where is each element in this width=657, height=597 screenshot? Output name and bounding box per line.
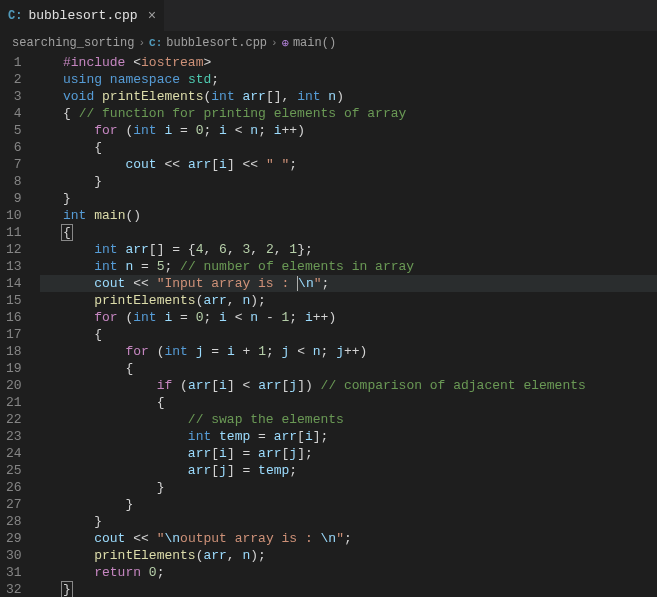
cpp-icon: C: bbox=[8, 9, 22, 23]
code-editor[interactable]: 1234567891011121314151617181920212223242… bbox=[0, 54, 657, 597]
code-line[interactable]: } bbox=[40, 190, 657, 207]
breadcrumb-folder[interactable]: searching_sorting bbox=[12, 36, 134, 50]
code-line[interactable]: cout << arr[i] << " "; bbox=[40, 156, 657, 173]
line-number: 14 bbox=[6, 275, 22, 292]
close-icon[interactable]: × bbox=[148, 8, 156, 24]
line-number: 4 bbox=[6, 105, 22, 122]
line-number: 8 bbox=[6, 173, 22, 190]
code-line[interactable]: int temp = arr[i]; bbox=[40, 428, 657, 445]
tab-label: bubblesort.cpp bbox=[28, 8, 137, 23]
code-line[interactable]: for (int i = 0; i < n - 1; i++) bbox=[40, 309, 657, 326]
code-line[interactable]: for (int i = 0; i < n; i++) bbox=[40, 122, 657, 139]
code-line[interactable]: { bbox=[40, 139, 657, 156]
code-line[interactable]: using namespace std; bbox=[40, 71, 657, 88]
cpp-icon: C: bbox=[149, 37, 162, 49]
line-number: 16 bbox=[6, 309, 22, 326]
code-line[interactable]: arr[j] = temp; bbox=[40, 462, 657, 479]
code-line[interactable]: } bbox=[40, 479, 657, 496]
breadcrumb-file[interactable]: bubblesort.cpp bbox=[166, 36, 267, 50]
line-number: 10 bbox=[6, 207, 22, 224]
line-number: 15 bbox=[6, 292, 22, 309]
line-number: 26 bbox=[6, 479, 22, 496]
code-line[interactable]: for (int j = i + 1; j < n; j++) bbox=[40, 343, 657, 360]
code-line[interactable]: { bbox=[40, 326, 657, 343]
code-line[interactable]: } bbox=[40, 173, 657, 190]
code-line[interactable]: { bbox=[40, 360, 657, 377]
text-cursor bbox=[297, 276, 298, 291]
line-number: 11 bbox=[6, 224, 22, 241]
code-line[interactable]: printElements(arr, n); bbox=[40, 292, 657, 309]
code-line[interactable]: { bbox=[40, 224, 657, 241]
code-line[interactable]: int n = 5; // number of elements in arra… bbox=[40, 258, 657, 275]
code-line[interactable]: printElements(arr, n); bbox=[40, 547, 657, 564]
code-line[interactable]: { bbox=[40, 394, 657, 411]
tab-bubblesort[interactable]: C: bubblesort.cpp × bbox=[0, 0, 164, 31]
line-number: 32 bbox=[6, 581, 22, 597]
line-number: 20 bbox=[6, 377, 22, 394]
chevron-right-icon: › bbox=[138, 37, 145, 49]
code-line[interactable]: cout << "\noutput array is : \n"; bbox=[40, 530, 657, 547]
code-line[interactable]: int arr[] = {4, 6, 3, 2, 1}; bbox=[40, 241, 657, 258]
line-number: 5 bbox=[6, 122, 22, 139]
line-number: 21 bbox=[6, 394, 22, 411]
code-line[interactable]: { // function for printing elements of a… bbox=[40, 105, 657, 122]
code-line[interactable]: arr[i] = arr[j]; bbox=[40, 445, 657, 462]
line-number: 25 bbox=[6, 462, 22, 479]
line-number-gutter: 1234567891011121314151617181920212223242… bbox=[0, 54, 36, 597]
line-number: 6 bbox=[6, 139, 22, 156]
line-number: 23 bbox=[6, 428, 22, 445]
code-line[interactable]: // swap the elements bbox=[40, 411, 657, 428]
breadcrumb-symbol[interactable]: main() bbox=[293, 36, 336, 50]
line-number: 22 bbox=[6, 411, 22, 428]
code-line-active[interactable]: cout << "Input array is : \n"; bbox=[40, 275, 657, 292]
code-line[interactable]: } bbox=[40, 513, 657, 530]
code-line[interactable]: } bbox=[40, 581, 657, 597]
breadcrumb[interactable]: searching_sorting › C: bubblesort.cpp › … bbox=[0, 32, 657, 54]
line-number: 27 bbox=[6, 496, 22, 513]
line-number: 3 bbox=[6, 88, 22, 105]
line-number: 29 bbox=[6, 530, 22, 547]
chevron-right-icon: › bbox=[271, 37, 278, 49]
line-number: 30 bbox=[6, 547, 22, 564]
line-number: 12 bbox=[6, 241, 22, 258]
line-number: 13 bbox=[6, 258, 22, 275]
line-number: 28 bbox=[6, 513, 22, 530]
code-line[interactable]: return 0; bbox=[40, 564, 657, 581]
line-number: 19 bbox=[6, 360, 22, 377]
code-line[interactable]: #include <iostream> bbox=[40, 54, 657, 71]
code-line[interactable]: if (arr[i] < arr[j]) // comparison of ad… bbox=[40, 377, 657, 394]
line-number: 7 bbox=[6, 156, 22, 173]
line-number: 31 bbox=[6, 564, 22, 581]
code-line[interactable]: void printElements(int arr[], int n) bbox=[40, 88, 657, 105]
code-line[interactable]: int main() bbox=[40, 207, 657, 224]
line-number: 24 bbox=[6, 445, 22, 462]
line-number: 1 bbox=[6, 54, 22, 71]
tab-bar: C: bubblesort.cpp × bbox=[0, 0, 657, 32]
line-number: 18 bbox=[6, 343, 22, 360]
code-area[interactable]: #include <iostream> using namespace std;… bbox=[36, 54, 657, 597]
code-line[interactable]: } bbox=[40, 496, 657, 513]
line-number: 17 bbox=[6, 326, 22, 343]
symbol-icon: ⊕ bbox=[282, 36, 289, 51]
line-number: 2 bbox=[6, 71, 22, 88]
line-number: 9 bbox=[6, 190, 22, 207]
